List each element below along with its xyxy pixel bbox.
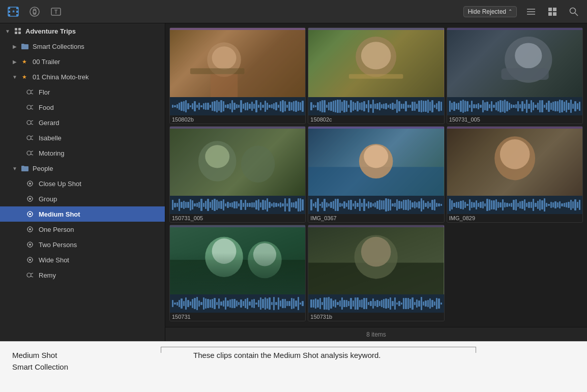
svg-point-78: [27, 273, 31, 277]
smart-cog-icon-two: [25, 240, 35, 249]
sidebar-item-one-person[interactable]: One Person: [0, 222, 165, 237]
music-icon[interactable]: [27, 5, 42, 19]
status-bar: 8 items: [165, 327, 587, 341]
sidebar-item-two-persons[interactable]: Two Persons: [0, 237, 165, 252]
waveform-bars-6: [449, 198, 580, 212]
waveform-bars-2: [310, 99, 442, 113]
annotation-bracket: [161, 347, 476, 347]
annotation-left-line2: Smart Collection: [12, 361, 185, 373]
svg-point-84: [212, 46, 237, 69]
waveform-bars-7: [172, 296, 303, 311]
isabelle-label: Isabelle: [38, 134, 62, 142]
sidebar-item-trailer[interactable]: ▶ ★ 00 Trailer: [0, 54, 165, 69]
clip-item-6[interactable]: IMG_0829: [447, 126, 583, 223]
sidebar-item-food[interactable]: Food: [0, 100, 165, 115]
waveform-bars-1: [172, 99, 303, 113]
waveform-bars-5: [310, 198, 442, 212]
svg-point-39: [27, 151, 31, 155]
clip-thumbnail-5: [308, 127, 444, 196]
clip-label-5: IMG_0367: [308, 214, 444, 222]
remy-label: Remy: [38, 272, 56, 279]
clip-label-4: 150731_005: [170, 214, 305, 222]
clip-label-3: 150731_005: [447, 115, 582, 124]
svg-line-31: [31, 105, 33, 106]
list-view-icon[interactable]: [524, 5, 538, 19]
svg-rect-21: [15, 28, 17, 31]
svg-line-32: [31, 108, 33, 109]
sidebar-item-smart-collections[interactable]: ▶ Smart Collections: [0, 39, 165, 54]
waveform-bars-3: [449, 99, 580, 113]
svg-line-34: [31, 120, 33, 122]
star-folder-china-icon: ★: [20, 72, 30, 81]
svg-rect-3: [8, 11, 10, 13]
sidebar-item-wide-shot[interactable]: Wide Shot: [0, 252, 165, 267]
sidebar-item-people[interactable]: ▼ People: [0, 161, 165, 176]
star-folder-icon: ★: [20, 57, 30, 66]
sidebar-item-medium-shot[interactable]: Medium Shot: [0, 206, 165, 222]
svg-rect-23: [15, 32, 17, 34]
clip-thumbnail-8: [308, 225, 444, 294]
clip-label-7: 150731: [170, 313, 305, 321]
svg-rect-5: [8, 14, 10, 16]
title-icon[interactable]: T: [49, 5, 63, 19]
clip-waveform-2: [308, 97, 444, 115]
sidebar-item-group[interactable]: Group: [0, 191, 165, 206]
svg-rect-94: [170, 127, 305, 196]
sidebar-item-isabelle[interactable]: Isabelle: [0, 130, 165, 145]
film-icon[interactable]: ★: [6, 5, 20, 19]
hide-rejected-button[interactable]: Hide Rejected ⌃: [463, 6, 517, 17]
clip-item-3[interactable]: 150731_005: [447, 27, 583, 124]
smart-collections-label: Smart Collections: [33, 43, 84, 50]
people-arrow: ▼: [11, 166, 18, 171]
people-label: People: [33, 165, 53, 172]
svg-point-92: [515, 43, 542, 68]
clip-waveform-8: [308, 294, 444, 313]
toolbar: ★ T Hide Rejected ⌃: [0, 0, 587, 23]
content-area: 150802b 150802c: [165, 23, 587, 341]
svg-rect-89: [349, 74, 403, 79]
svg-point-104: [500, 139, 530, 169]
smart-collections-arrow: ▶: [11, 44, 18, 49]
svg-point-43: [29, 183, 31, 185]
sidebar-item-china[interactable]: ▼ ★ 01 China Moto-trek: [0, 69, 165, 84]
svg-line-80: [31, 276, 33, 277]
sidebar-item-adventure-trips[interactable]: ▼ Adventure Trips: [0, 23, 165, 39]
svg-point-97: [241, 145, 275, 183]
svg-text:T: T: [54, 9, 57, 15]
sidebar-item-remy[interactable]: Remy: [0, 267, 165, 283]
keyword-icon-isabelle: [25, 133, 35, 142]
annotation-right-text: These clips contain the Medium Shot anal…: [193, 351, 381, 359]
svg-point-108: [212, 238, 237, 264]
sidebar-item-flor[interactable]: Flor: [0, 84, 165, 100]
sidebar-item-close-up-shot[interactable]: Close Up Shot: [0, 176, 165, 191]
expand-arrow: ▼: [4, 28, 11, 34]
clip-item-5[interactable]: IMG_0367: [308, 126, 444, 223]
clip-thumbnail-2: [308, 28, 444, 97]
china-arrow: ▼: [11, 74, 18, 80]
smart-cog-icon-group: [25, 194, 35, 203]
clip-item-7[interactable]: 150731: [169, 225, 306, 321]
grid-view-icon[interactable]: [545, 5, 560, 19]
clip-waveform-4: [170, 196, 305, 214]
svg-rect-1: [8, 7, 10, 9]
sidebar-item-gerard[interactable]: Gerard: [0, 115, 165, 130]
search-icon[interactable]: [567, 5, 581, 19]
clip-item-4[interactable]: 150731_005: [169, 126, 306, 223]
clip-item-2[interactable]: 150802c: [308, 27, 444, 124]
toolbar-right: Hide Rejected ⌃: [463, 5, 581, 19]
svg-point-110: [253, 243, 276, 266]
sidebar-item-motoring[interactable]: Motoring: [0, 145, 165, 161]
clip-label-2: 150802c: [308, 115, 444, 124]
clip-grid: 150802b 150802c: [165, 23, 587, 327]
items-count: 8 items: [366, 331, 386, 338]
clip-item-1[interactable]: 150802b: [169, 27, 306, 124]
svg-point-33: [27, 120, 31, 125]
close-up-shot-label: Close Up Shot: [38, 180, 81, 188]
group-label: Group: [38, 195, 57, 203]
clip-item-8[interactable]: 150731b: [308, 225, 444, 321]
clip-label-1: 150802b: [170, 115, 305, 124]
waveform-bars-4: [172, 198, 303, 212]
medium-shot-label: Medium Shot: [38, 210, 80, 218]
svg-point-49: [29, 198, 31, 200]
hide-rejected-label: Hide Rejected: [468, 8, 506, 15]
